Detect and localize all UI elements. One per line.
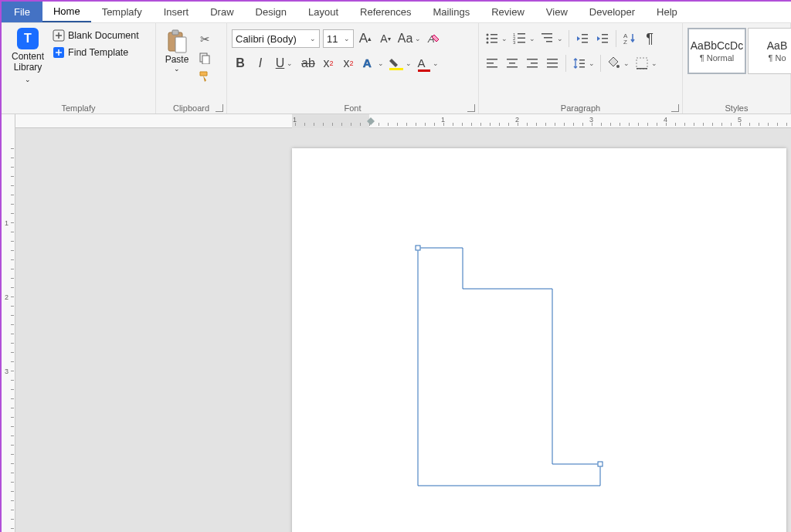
font-name-select[interactable]: Calibri (Body)⌄ <box>232 29 320 48</box>
format-painter-button[interactable] <box>196 68 213 85</box>
find-template-button[interactable]: Find Template <box>53 46 139 59</box>
text-effects-button[interactable]: A⌄ <box>360 54 385 73</box>
group-label-font: Font <box>227 103 478 113</box>
group-label-styles: Styles <box>683 103 790 113</box>
svg-point-10 <box>486 34 488 36</box>
highlight-button[interactable]: ⌄ <box>388 54 412 73</box>
svg-rect-35 <box>487 66 497 68</box>
tab-file[interactable]: File <box>2 2 42 22</box>
svg-text:A: A <box>362 56 371 69</box>
paragraph-dialog-launcher[interactable] <box>671 104 679 112</box>
tab-insert[interactable]: Insert <box>153 2 200 22</box>
svg-rect-3 <box>172 30 178 35</box>
superscript-button[interactable]: x2 <box>340 54 357 73</box>
svg-rect-17 <box>518 33 525 35</box>
svg-rect-4 <box>175 37 186 53</box>
font-dialog-launcher[interactable] <box>467 104 475 112</box>
grow-font-button[interactable]: A▴ <box>357 29 374 48</box>
tab-references[interactable]: References <box>349 2 422 22</box>
subscript-button[interactable]: x2 <box>320 54 337 73</box>
clipboard-icon <box>166 29 188 54</box>
svg-rect-36 <box>507 59 518 60</box>
tab-mailings[interactable]: Mailings <box>423 2 481 22</box>
increase-indent-button[interactable] <box>594 29 611 48</box>
page[interactable] <box>292 148 786 532</box>
clear-formatting-button[interactable]: A <box>425 29 442 48</box>
group-label-paragraph: Paragraph <box>479 103 682 113</box>
shading-button[interactable]: ⌄ <box>606 54 630 73</box>
svg-rect-42 <box>547 59 558 60</box>
decrease-indent-button[interactable] <box>574 29 591 48</box>
horizontal-ruler[interactable]: 1123456 <box>15 114 791 128</box>
ribbon: T Content Library ⌄ Blank Document Find … <box>2 23 791 114</box>
content-library-label: Content Library <box>6 51 49 73</box>
svg-rect-23 <box>544 37 552 39</box>
tab-design[interactable]: Design <box>245 2 297 22</box>
numbering-button[interactable]: 123⌄ <box>511 29 536 48</box>
svg-rect-15 <box>491 42 497 43</box>
align-left-button[interactable] <box>484 54 501 73</box>
tab-templafy[interactable]: Templafy <box>91 2 153 22</box>
svg-rect-39 <box>527 59 538 60</box>
sort-button[interactable]: AZ <box>621 29 638 48</box>
borders-button[interactable]: ⌄ <box>633 54 658 73</box>
svg-rect-13 <box>491 38 497 39</box>
svg-rect-11 <box>491 34 497 36</box>
tab-review[interactable]: Review <box>480 2 535 22</box>
font-size-select[interactable]: 11⌄ <box>323 29 354 48</box>
copy-button[interactable] <box>196 49 213 66</box>
style-no-spacing[interactable]: AaB ¶ No <box>748 28 791 74</box>
svg-rect-26 <box>582 38 588 39</box>
svg-rect-22 <box>541 33 552 35</box>
svg-rect-40 <box>531 63 538 64</box>
shrink-font-button[interactable]: A▾ <box>377 29 394 48</box>
tab-draw[interactable]: Draw <box>199 2 244 22</box>
justify-button[interactable] <box>544 54 561 73</box>
svg-point-12 <box>486 38 488 40</box>
tab-developer[interactable]: Developer <box>579 2 646 22</box>
svg-rect-37 <box>509 63 515 64</box>
show-marks-button[interactable]: ¶ <box>641 29 658 48</box>
line-spacing-button[interactable]: ⌄ <box>571 54 596 73</box>
tab-home[interactable]: Home <box>42 2 91 22</box>
clipboard-dialog-launcher[interactable] <box>216 104 223 112</box>
group-label-templafy: Templafy <box>2 103 155 113</box>
cut-button[interactable]: ✂ <box>196 31 213 48</box>
document-area[interactable]: 123 1123456 <box>2 114 791 532</box>
svg-rect-47 <box>579 66 585 68</box>
tab-layout[interactable]: Layout <box>297 2 349 22</box>
strikethrough-button[interactable]: ab <box>300 54 317 73</box>
font-color-button[interactable]: A⌄ <box>416 54 440 73</box>
bold-button[interactable]: B <box>232 54 249 73</box>
bullets-button[interactable]: ⌄ <box>484 29 508 48</box>
multilevel-list-button[interactable]: ⌄ <box>539 29 564 48</box>
content-library-button[interactable]: T Content Library ⌄ <box>6 26 49 101</box>
align-center-button[interactable] <box>504 54 521 73</box>
plus-box-icon <box>53 29 65 42</box>
change-case-button[interactable]: Aa⌄ <box>397 29 422 48</box>
svg-rect-28 <box>602 34 608 36</box>
svg-rect-46 <box>579 63 585 65</box>
tab-help[interactable]: Help <box>646 2 688 22</box>
vertical-ruler[interactable]: 123 <box>2 114 15 532</box>
svg-rect-33 <box>487 59 497 60</box>
svg-rect-25 <box>582 34 588 36</box>
svg-rect-50 <box>637 68 647 69</box>
svg-rect-21 <box>518 42 525 43</box>
paste-button[interactable]: Paste ⌄ <box>161 26 193 101</box>
blank-document-button[interactable]: Blank Document <box>53 29 139 42</box>
svg-rect-38 <box>507 66 518 68</box>
svg-rect-45 <box>579 59 585 61</box>
templafy-logo-icon: T <box>17 28 39 49</box>
align-right-button[interactable] <box>524 54 541 73</box>
svg-rect-30 <box>602 42 608 43</box>
svg-rect-6 <box>202 56 209 64</box>
underline-button[interactable]: U⌄ <box>272 54 297 73</box>
svg-rect-49 <box>637 58 647 69</box>
style-normal[interactable]: AaBbCcDc ¶ Normal <box>687 28 746 74</box>
svg-text:Z: Z <box>623 39 627 46</box>
svg-rect-43 <box>547 63 558 64</box>
italic-button[interactable]: I <box>252 54 269 73</box>
tab-view[interactable]: View <box>535 2 579 22</box>
svg-text:3: 3 <box>513 40 516 45</box>
